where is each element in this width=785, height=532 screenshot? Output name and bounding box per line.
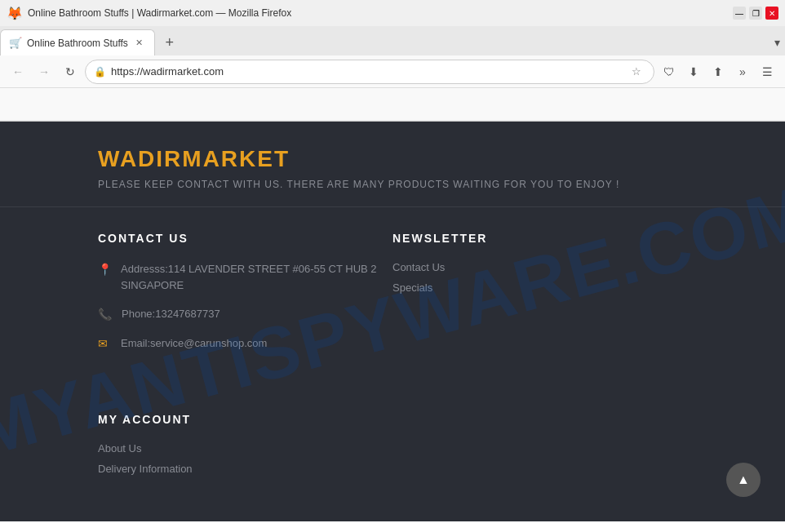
phone-item: 📞 Phone:13247687737 (98, 306, 392, 322)
email-text: Email:service@carunshop.com (121, 335, 267, 352)
browser-chrome: 🦊 Online Bathroom Stuffs | Wadirmarket.c… (0, 0, 785, 122)
title-bar: 🦊 Online Bathroom Stuffs | Wadirmarket.c… (0, 0, 785, 26)
url-input[interactable] (111, 65, 623, 78)
firefox-icon: 🦊 (7, 6, 23, 21)
window-controls: — ❐ ✕ (733, 7, 778, 20)
brand-name: WADIRMARKET (98, 146, 687, 172)
title-bar-left: 🦊 Online Bathroom Stuffs | Wadirmarket.c… (7, 6, 291, 21)
contact-us-column: CONTACT US 📍 Addresss:114 LAVENDER STREE… (98, 232, 392, 364)
tab-title: Online Bathroom Stuffs (27, 38, 128, 49)
website-content: MYANTISPYWARE.COM WADIRMARKET PLEASE KEE… (0, 122, 785, 521)
forward-button[interactable]: → (33, 60, 55, 83)
restore-button[interactable]: ❐ (749, 7, 762, 20)
newsletter-title: NEWSLETTER (392, 232, 687, 245)
browser-tab-active[interactable]: 🛒 Online Bathroom Stuffs ✕ (0, 29, 155, 55)
tab-dropdown-button[interactable]: ▾ (774, 29, 785, 55)
navigation-bar: ← → ↻ 🔒 ☆ 🛡 ⬇ ⬆ » ☰ (0, 55, 785, 88)
pocket-button[interactable]: 🛡 (658, 60, 681, 83)
newsletter-column: NEWSLETTER Contact Us Specials (392, 232, 687, 364)
nav-spacer (0, 88, 785, 121)
about-us-link[interactable]: About Us (98, 442, 687, 454)
footer-main: CONTACT US 📍 Addresss:114 LAVENDER STREE… (0, 207, 785, 388)
download-button[interactable]: ⬇ (682, 60, 705, 83)
window-title: Online Bathroom Stuffs | Wadirmarket.com… (28, 7, 291, 19)
reload-button[interactable]: ↻ (59, 60, 82, 83)
location-icon: 📍 (98, 263, 111, 276)
tab-bar: 🛒 Online Bathroom Stuffs ✕ + ▾ (0, 26, 785, 55)
email-icon: ✉ (98, 337, 111, 350)
contact-us-link[interactable]: Contact Us (392, 261, 687, 273)
url-bar-actions: ☆ (628, 63, 645, 81)
minimize-button[interactable]: — (733, 7, 746, 20)
share-button[interactable]: ⬆ (707, 60, 730, 83)
menu-button[interactable]: ☰ (756, 60, 778, 83)
address-item: 📍 Addresss:114 LAVENDER STREET #06-55 CT… (98, 261, 392, 293)
scroll-to-top-button[interactable]: ▲ (726, 463, 761, 497)
new-tab-button[interactable]: + (158, 31, 181, 54)
phone-text: Phone:13247687737 (122, 306, 220, 322)
specials-link[interactable]: Specials (392, 282, 687, 294)
back-button[interactable]: ← (7, 60, 29, 83)
address-text: Addresss:114 LAVENDER STREET #06-55 CT H… (121, 261, 392, 293)
phone-icon: 📞 (98, 308, 112, 321)
close-button[interactable]: ✕ (765, 7, 778, 20)
delivery-info-link[interactable]: Delivery Information (98, 463, 687, 475)
nav-right-buttons: 🛡 ⬇ ⬆ » ☰ (658, 60, 778, 83)
footer-tagline: PLEASE KEEP CONTACT WITH US. THERE ARE M… (98, 179, 687, 190)
extensions-button[interactable]: » (731, 60, 754, 83)
security-lock-icon: 🔒 (94, 66, 106, 78)
my-account-title: MY ACCOUNT (98, 413, 687, 426)
email-item: ✉ Email:service@carunshop.com (98, 335, 392, 352)
tab-close-button[interactable]: ✕ (133, 37, 146, 50)
bookmark-star-icon[interactable]: ☆ (628, 63, 645, 81)
footer-bottom: MY ACCOUNT About Us Delivery Information (0, 388, 785, 508)
contact-us-title: CONTACT US (98, 232, 392, 245)
url-bar-container[interactable]: 🔒 ☆ (85, 60, 654, 84)
tab-favicon: 🛒 (9, 37, 22, 49)
footer-hero: WADIRMARKET PLEASE KEEP CONTACT WITH US.… (0, 122, 785, 207)
